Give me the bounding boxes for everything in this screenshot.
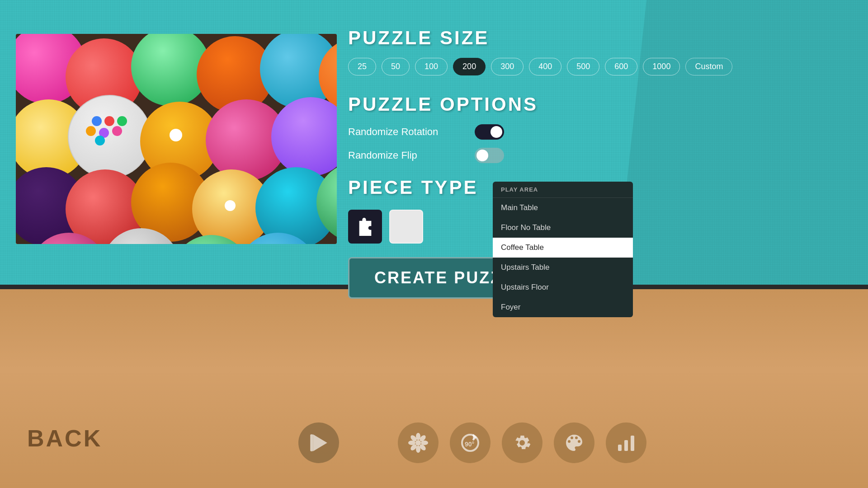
- flower-rotate-button[interactable]: [398, 422, 439, 463]
- puzzle-options-section: PUZZLE OPTIONS Randomize Rotation Random…: [348, 94, 845, 163]
- right-panel: PUZZLE SIZE 25 50 100 200 300 400 500 60…: [348, 27, 845, 299]
- settings-button[interactable]: [502, 422, 542, 463]
- size-btn-400[interactable]: 400: [529, 58, 561, 75]
- gear-icon: [511, 432, 533, 454]
- play-area-dropdown[interactable]: PLAY AREA Main Table Floor No Table Coff…: [493, 182, 633, 317]
- randomize-flip-toggle[interactable]: [475, 148, 504, 163]
- play-area-item-coffee-table[interactable]: Coffee Table: [493, 238, 633, 258]
- randomize-rotation-toggle[interactable]: [475, 124, 504, 140]
- randomize-rotation-row: Randomize Rotation: [348, 124, 845, 140]
- puzzle-preview-image: [16, 34, 337, 244]
- size-btn-600[interactable]: 600: [605, 58, 637, 75]
- play-area-header: PLAY AREA: [493, 182, 633, 198]
- right-controls: 90°: [398, 422, 646, 463]
- play-area-item-upstairs-table[interactable]: Upstairs Table: [493, 258, 633, 277]
- stats-button[interactable]: [606, 422, 646, 463]
- size-btn-50[interactable]: 50: [382, 58, 410, 75]
- randomize-flip-label: Randomize Flip: [348, 150, 475, 161]
- size-btn-500[interactable]: 500: [567, 58, 599, 75]
- puzzle-options-title: PUZZLE OPTIONS: [348, 94, 845, 115]
- svg-text:90°: 90°: [465, 441, 474, 448]
- palette-icon: [563, 432, 585, 454]
- piece-btn-plain[interactable]: [389, 210, 423, 244]
- svg-point-2: [415, 440, 421, 446]
- flower-icon: [407, 432, 429, 454]
- back-button[interactable]: BACK: [27, 425, 102, 452]
- puzzle-size-section: PUZZLE SIZE 25 50 100 200 300 400 500 60…: [348, 27, 845, 75]
- size-btn-100[interactable]: 100: [415, 58, 448, 75]
- size-btn-300[interactable]: 300: [491, 58, 524, 75]
- play-button[interactable]: [298, 422, 339, 463]
- rotate-90-icon: 90°: [459, 432, 481, 454]
- play-area-item-foyer[interactable]: Foyer: [493, 297, 633, 317]
- svg-marker-0: [313, 434, 327, 451]
- play-area-item-upstairs-floor[interactable]: Upstairs Floor: [493, 277, 633, 297]
- randomize-rotation-label: Randomize Rotation: [348, 126, 475, 138]
- play-icon: [307, 432, 330, 454]
- size-btn-1000[interactable]: 1000: [643, 58, 680, 75]
- size-btn-25[interactable]: 25: [348, 58, 376, 75]
- puzzle-size-title: PUZZLE SIZE: [348, 27, 845, 49]
- play-area-item-main-table[interactable]: Main Table: [493, 198, 633, 218]
- size-btn-200[interactable]: 200: [453, 58, 486, 75]
- puzzle-piece-icon: [356, 218, 374, 236]
- svg-rect-1: [310, 434, 313, 451]
- svg-rect-14: [631, 436, 634, 451]
- piece-btn-puzzle[interactable]: [348, 210, 382, 244]
- rotate-90-button[interactable]: 90°: [450, 422, 491, 463]
- size-btn-custom[interactable]: Custom: [685, 58, 732, 75]
- palette-button[interactable]: [554, 422, 594, 463]
- randomize-flip-row: Randomize Flip: [348, 148, 845, 163]
- stats-icon: [615, 432, 637, 454]
- svg-rect-13: [624, 440, 628, 451]
- svg-rect-12: [618, 445, 622, 451]
- size-buttons-container: 25 50 100 200 300 400 500 600 1000 Custo…: [348, 58, 845, 75]
- play-area-item-floor-no-table[interactable]: Floor No Table: [493, 218, 633, 238]
- bottom-controls: [298, 422, 339, 463]
